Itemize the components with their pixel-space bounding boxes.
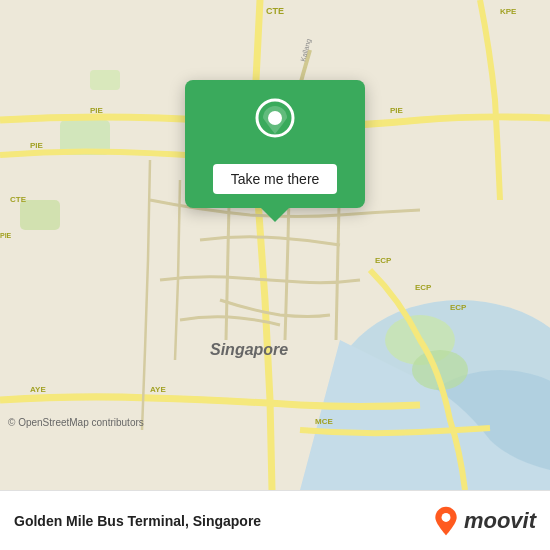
svg-text:ECP: ECP xyxy=(450,303,467,312)
moovit-logo: moovit xyxy=(432,505,536,537)
location-info: Golden Mile Bus Terminal, Singapore xyxy=(14,513,261,529)
svg-text:PIE: PIE xyxy=(0,232,12,239)
take-me-there-button[interactable]: Take me there xyxy=(213,164,338,194)
svg-text:CTE: CTE xyxy=(266,6,284,16)
pin-icon-wrap xyxy=(253,98,297,154)
svg-point-26 xyxy=(441,513,450,522)
svg-text:AYE: AYE xyxy=(30,385,46,394)
bottom-bar: Golden Mile Bus Terminal, Singapore moov… xyxy=(0,490,550,550)
svg-text:CTE: CTE xyxy=(10,195,27,204)
map-area: CTE PIE PIE PIE PIE KPE AYE AYE ECP ECP … xyxy=(0,0,550,490)
svg-text:PIE: PIE xyxy=(30,141,44,150)
svg-text:MCE: MCE xyxy=(315,417,333,426)
svg-text:ECP: ECP xyxy=(375,256,392,265)
svg-text:Singapore: Singapore xyxy=(210,341,288,358)
moovit-brand-text: moovit xyxy=(464,508,536,534)
popup-card: Take me there xyxy=(185,80,365,208)
svg-text:PIE: PIE xyxy=(90,106,104,115)
svg-text:AYE: AYE xyxy=(150,385,166,394)
svg-text:ECP: ECP xyxy=(415,283,432,292)
svg-text:PIE: PIE xyxy=(390,106,404,115)
app: CTE PIE PIE PIE PIE KPE AYE AYE ECP ECP … xyxy=(0,0,550,550)
osm-credit: © OpenStreetMap contributors xyxy=(8,417,144,428)
moovit-logo-pin-icon xyxy=(432,505,460,537)
location-pin-icon xyxy=(253,98,297,150)
svg-rect-6 xyxy=(20,200,60,230)
svg-text:KPE: KPE xyxy=(500,7,517,16)
location-name: Golden Mile Bus Terminal, Singapore xyxy=(14,513,261,529)
svg-rect-7 xyxy=(90,70,120,90)
